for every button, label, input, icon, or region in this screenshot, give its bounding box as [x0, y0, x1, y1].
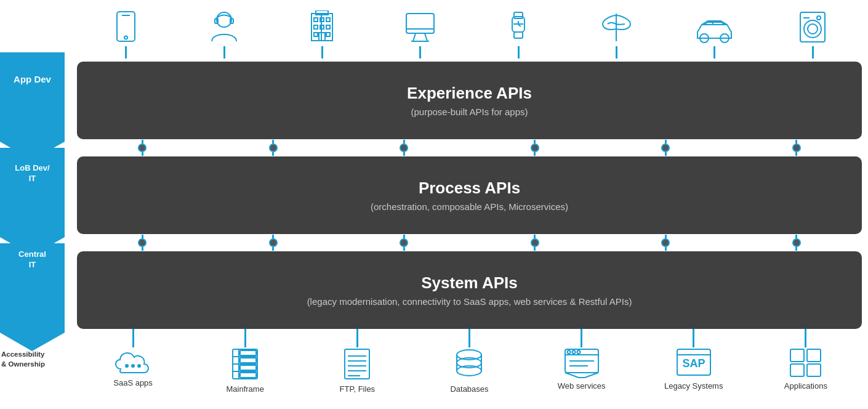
svg-line-31	[518, 25, 521, 26]
left-sidebar: App Dev LoB Dev/IT CentralIT Accessibili…	[0, 0, 68, 409]
mainframe-label: Mainframe	[226, 384, 263, 394]
centralit-label: CentralIT	[0, 249, 65, 270]
svg-rect-82	[807, 364, 821, 376]
connector-row-1	[71, 139, 868, 156]
apps-label: Applications	[784, 381, 827, 391]
svg-rect-81	[790, 364, 804, 376]
connector-2	[269, 140, 278, 156]
connector-8	[269, 235, 278, 251]
svg-rect-17	[326, 25, 330, 29]
svg-line-23	[413, 33, 416, 41]
svg-rect-79	[790, 349, 804, 362]
bottom-icon-mainframe: Mainframe	[208, 347, 282, 394]
experience-api-box: Experience APIs (purpose-built APIs for …	[77, 62, 862, 139]
icon-watch	[481, 7, 555, 59]
bottom-icon-web: Web services	[545, 347, 619, 391]
connector-12	[792, 235, 801, 251]
connector-9	[400, 235, 408, 251]
svg-line-73	[565, 373, 579, 378]
bottom-conn-6	[657, 329, 731, 347]
svg-rect-80	[807, 349, 821, 362]
connector-6	[792, 140, 801, 156]
bottom-conn-4	[432, 329, 506, 347]
icon-appliance	[776, 10, 850, 59]
svg-rect-55	[345, 349, 369, 379]
svg-point-5	[124, 36, 127, 39]
main-container: App Dev LoB Dev/IT CentralIT Accessibili…	[0, 0, 868, 409]
lobdev-label: LoB Dev/IT	[0, 163, 65, 184]
process-api-subtitle: (orchestration, composable APIs, Microse…	[371, 201, 568, 212]
bottom-icons-row: SaaS apps Mainframe	[71, 347, 868, 409]
connector-3	[400, 140, 408, 156]
system-api-title: System APIs	[421, 273, 518, 293]
svg-line-74	[585, 373, 598, 378]
bottom-conn-1	[96, 329, 170, 347]
svg-rect-54	[240, 373, 256, 378]
svg-rect-53	[240, 365, 256, 370]
bottom-icon-ftp: FTP, Files	[320, 347, 394, 394]
icon-car	[678, 14, 752, 59]
right-content: Experience APIs (purpose-built APIs for …	[68, 0, 868, 409]
svg-rect-52	[240, 358, 256, 363]
icon-building	[285, 10, 359, 59]
db-label: Databases	[450, 384, 488, 394]
connector-11	[661, 235, 670, 251]
svg-point-44	[131, 364, 135, 368]
svg-point-40	[808, 24, 818, 34]
bottom-icon-db: Databases	[432, 347, 506, 394]
svg-point-43	[125, 364, 129, 368]
svg-rect-18	[314, 33, 318, 36]
experience-api-title: Experience APIs	[407, 84, 532, 103]
connector-5	[661, 140, 670, 156]
svg-rect-28	[514, 12, 523, 18]
experience-api-section: Experience APIs (purpose-built APIs for …	[71, 62, 868, 139]
svg-rect-19	[326, 33, 330, 36]
bottom-conn-2	[208, 329, 282, 347]
process-api-box: Process APIs (orchestration, composable …	[77, 156, 862, 234]
appdev-label: App Dev	[0, 74, 65, 84]
connector-row-2	[71, 234, 868, 251]
svg-point-39	[804, 20, 821, 38]
svg-line-24	[425, 33, 427, 41]
svg-rect-14	[326, 18, 330, 22]
connector-4	[531, 140, 539, 156]
svg-rect-12	[314, 18, 318, 22]
svg-rect-29	[514, 32, 523, 38]
web-label: Web services	[558, 381, 606, 391]
top-icons-row	[71, 0, 868, 62]
icon-handshake	[580, 10, 654, 59]
svg-text:SAP: SAP	[682, 357, 705, 370]
icon-phone	[89, 10, 163, 59]
svg-point-68	[567, 350, 570, 354]
system-api-section: System APIs (legacy modernisation, conne…	[71, 251, 868, 329]
svg-rect-22	[406, 14, 434, 33]
bottom-icon-saas: SaaS apps	[96, 347, 170, 387]
api-layers: Experience APIs (purpose-built APIs for …	[71, 62, 868, 329]
connector-10	[531, 235, 539, 251]
process-api-section: Process APIs (orchestration, composable …	[71, 156, 868, 234]
bottom-conn-7	[769, 329, 843, 347]
accessibility-label: Accessibility& Ownership	[1, 349, 45, 369]
icon-person	[187, 10, 261, 59]
connector-1	[138, 140, 147, 156]
bottom-conn-3	[320, 329, 394, 347]
system-api-box: System APIs (legacy modernisation, conne…	[77, 251, 862, 329]
bottom-section: SaaS apps Mainframe	[71, 329, 868, 409]
svg-rect-3	[117, 12, 135, 41]
ftp-label: FTP, Files	[340, 384, 376, 394]
bottom-conn-5	[545, 329, 619, 347]
process-api-title: Process APIs	[419, 179, 520, 198]
connector-7	[138, 235, 147, 251]
icon-desktop	[384, 10, 457, 59]
saas-label: SaaS apps	[113, 378, 153, 387]
svg-rect-51	[240, 350, 256, 355]
system-api-subtitle: (legacy modernisation, connectivity to S…	[307, 296, 632, 307]
svg-marker-0	[0, 52, 65, 160]
svg-point-42	[817, 16, 821, 20]
experience-api-subtitle: (purpose-built APIs for apps)	[411, 107, 528, 117]
bottom-icon-apps: Applications	[769, 347, 843, 391]
svg-point-70	[577, 350, 580, 354]
svg-rect-15	[314, 25, 318, 29]
svg-point-45	[137, 364, 141, 368]
legacy-label: Legacy Systems	[664, 381, 723, 391]
